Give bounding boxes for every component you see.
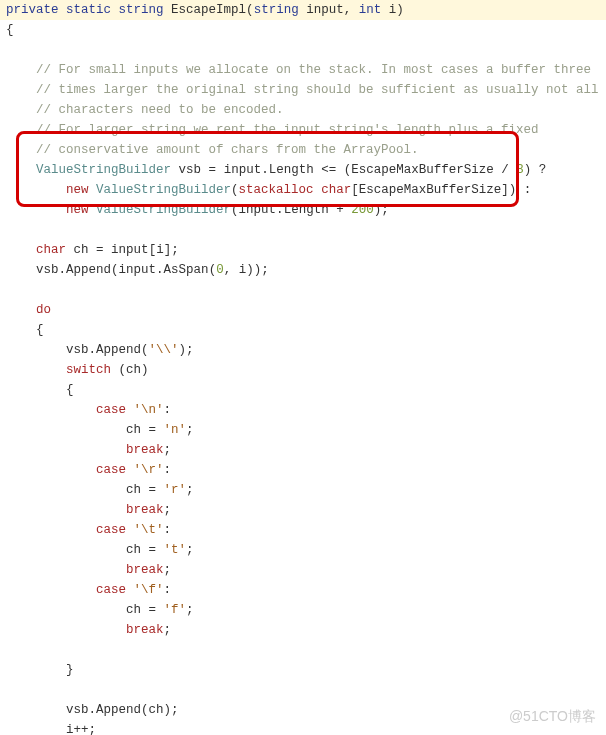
- kw-case: case: [96, 403, 126, 417]
- comment: // characters need to be encoded.: [36, 103, 284, 117]
- vsb-line1: ValueStringBuilder vsb = input.Length <=…: [0, 160, 606, 180]
- blank: [0, 640, 606, 660]
- ipp: i++;: [66, 723, 96, 735]
- kw-break: break: [126, 443, 164, 457]
- append-backslash: vsb.Append('\\');: [0, 340, 606, 360]
- kw-string: string: [119, 3, 164, 17]
- char-decl: char ch = input[i];: [0, 240, 606, 260]
- kw-private: private: [6, 3, 59, 17]
- code-editor: private static string EscapeImpl(string …: [0, 0, 606, 735]
- comment: // For small inputs we allocate on the s…: [36, 63, 591, 77]
- watermark: @51CTO博客: [509, 705, 596, 727]
- vsb-line3: new ValueStringBuilder(input.Length + 20…: [0, 200, 606, 220]
- blank: [0, 680, 606, 700]
- kw-new: new: [66, 183, 89, 197]
- comment: // times larger the original string shou…: [36, 83, 599, 97]
- comment: // conservative amount of chars from the…: [36, 143, 419, 157]
- append-span: vsb.Append(input.AsSpan(0, i));: [0, 260, 606, 280]
- method-signature: private static string EscapeImpl(string …: [0, 0, 606, 20]
- kw-stackalloc: stackalloc: [239, 183, 314, 197]
- type-vsb: ValueStringBuilder: [36, 163, 171, 177]
- p1-name: input: [306, 3, 344, 17]
- comment: // For larger string we rent the input s…: [36, 123, 539, 137]
- blank: [0, 40, 606, 60]
- kw-switch: switch: [66, 363, 111, 377]
- kw-do: do: [36, 303, 51, 317]
- blank: [0, 280, 606, 300]
- blank: [0, 220, 606, 240]
- p1-type: string: [254, 3, 299, 17]
- brace: {: [6, 23, 14, 37]
- kw-static: static: [66, 3, 111, 17]
- p2-type: int: [359, 3, 382, 17]
- vsb-line2: new ValueStringBuilder(stackalloc char[E…: [0, 180, 606, 200]
- method-name: EscapeImpl: [171, 3, 246, 17]
